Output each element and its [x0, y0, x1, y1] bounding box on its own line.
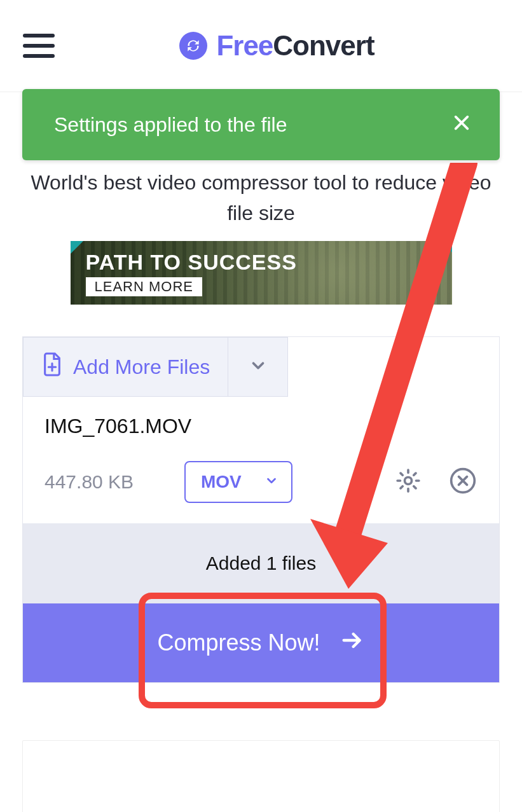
brand-name: FreeConvert: [216, 30, 374, 62]
ad-banner[interactable]: PATH TO SUCCESS LEARN MORE: [71, 241, 452, 305]
chevron-down-icon: [264, 472, 278, 492]
add-more-files-label: Add More Files: [73, 355, 210, 379]
file-name: IMG_7061.MOV: [45, 415, 477, 438]
toast-message: Settings applied to the file: [54, 113, 287, 137]
file-row: IMG_7061.MOV 447.80 KB MOV: [23, 397, 499, 523]
file-size: 447.80 KB: [45, 471, 159, 493]
bottom-panel: [22, 740, 500, 812]
add-more-files-button[interactable]: Add More Files: [24, 338, 228, 396]
close-circle-icon: [449, 467, 477, 497]
arrow-right-icon: [340, 628, 365, 659]
file-remove-button[interactable]: [448, 467, 477, 497]
ad-cta[interactable]: LEARN MORE: [86, 277, 202, 296]
adchoices-icon: [441, 241, 452, 252]
file-settings-button[interactable]: [394, 467, 423, 497]
gear-icon: [394, 467, 422, 497]
format-value: MOV: [201, 472, 242, 492]
svg-point-0: [405, 478, 412, 485]
converter-card: Add More Files IMG_7061.MOV 447.80 KB MO…: [22, 336, 500, 683]
menu-button[interactable]: [23, 34, 55, 58]
compress-button[interactable]: Compress Now!: [23, 603, 499, 682]
logo-icon: [179, 32, 207, 60]
add-files-row: Add More Files: [23, 337, 288, 397]
added-count: Added 1 files: [23, 523, 499, 603]
format-select[interactable]: MOV: [184, 461, 292, 503]
file-add-icon: [41, 352, 63, 382]
brand-logo[interactable]: FreeConvert: [55, 30, 499, 62]
compress-label: Compress Now!: [157, 630, 320, 656]
settings-applied-toast: Settings applied to the file: [22, 89, 500, 160]
add-files-dropdown[interactable]: [228, 338, 287, 396]
chevron-down-icon: [249, 356, 268, 378]
app-header: FreeConvert: [0, 0, 522, 92]
close-icon[interactable]: [449, 111, 474, 139]
ad-title: PATH TO SUCCESS: [86, 250, 297, 275]
page-subtitle: World's best video compressor tool to re…: [0, 167, 522, 228]
